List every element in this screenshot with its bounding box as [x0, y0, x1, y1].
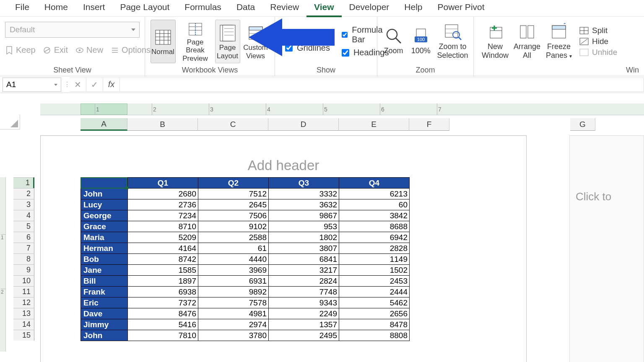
value-cell[interactable]: 8688 — [339, 221, 410, 232]
column-header-G[interactable]: G — [570, 118, 595, 131]
value-cell[interactable]: 3332 — [269, 189, 339, 199]
page-layout-button[interactable]: Page Layout — [215, 20, 240, 63]
menu-tab-page-layout[interactable]: Page Layout — [112, 0, 177, 17]
row-header-6[interactable]: 6 — [13, 232, 34, 243]
value-cell[interactable]: 2680 — [128, 189, 198, 199]
horizontal-ruler[interactable]: 1234567 — [40, 103, 644, 115]
menu-tab-formulas[interactable]: Formulas — [177, 0, 229, 17]
split-button[interactable]: Split — [579, 26, 617, 35]
value-cell[interactable]: 7748 — [269, 287, 339, 297]
value-cell[interactable]: 8710 — [128, 221, 198, 232]
value-cell[interactable]: 8476 — [128, 308, 198, 319]
value-cell[interactable]: 7372 — [128, 297, 198, 308]
value-cell[interactable]: 8808 — [339, 330, 410, 341]
menu-tab-help[interactable]: Help — [397, 0, 430, 17]
formula-bar-checkbox[interactable] — [342, 31, 348, 39]
table-row[interactable]: Herman41646138072828 — [81, 243, 410, 254]
gridlines-checkbox-row[interactable]: Gridlines — [285, 43, 330, 53]
name-cell[interactable]: Bob — [81, 254, 128, 265]
name-cell[interactable]: John — [81, 330, 128, 341]
value-cell[interactable]: 8478 — [339, 319, 410, 330]
table-row[interactable]: Eric7372757893435462 — [81, 297, 410, 308]
value-cell[interactable]: 2824 — [269, 276, 339, 287]
zoom-100-button[interactable]: 100 100% — [408, 20, 434, 63]
name-cell[interactable]: John — [81, 189, 128, 199]
value-cell[interactable]: 2444 — [339, 287, 410, 297]
row-header-13[interactable]: 13 — [13, 308, 34, 319]
name-cell[interactable]: Jimmy — [81, 319, 128, 330]
table-row[interactable]: Jimmy5416297413578478 — [81, 319, 410, 330]
value-cell[interactable]: 7810 — [128, 330, 198, 341]
unhide-button[interactable]: Unhide — [579, 48, 617, 57]
value-cell[interactable]: 5462 — [339, 297, 410, 308]
zoom-to-selection-button[interactable]: Zoom to Selection — [435, 20, 470, 63]
cancel-formula-button[interactable]: ✕ — [70, 78, 86, 92]
value-cell[interactable]: 9343 — [269, 297, 339, 308]
value-cell[interactable]: 2453 — [339, 276, 410, 287]
sheet-view-exit[interactable]: Exit — [43, 45, 68, 55]
column-header-F[interactable]: F — [409, 118, 449, 131]
value-cell[interactable]: 1585 — [128, 265, 198, 276]
name-cell[interactable]: Eric — [81, 297, 128, 308]
value-cell[interactable]: 60 — [339, 199, 410, 210]
value-cell[interactable]: 6931 — [198, 276, 269, 287]
table-row[interactable]: Dave8476498122492656 — [81, 308, 410, 319]
value-cell[interactable]: 3217 — [269, 265, 339, 276]
value-cell[interactable]: 61 — [198, 243, 269, 254]
value-cell[interactable]: 6942 — [339, 232, 410, 243]
table-row[interactable]: Maria5209258818026942 — [81, 232, 410, 243]
table-row[interactable]: John7810378024958808 — [81, 330, 410, 341]
table-header-Q1[interactable]: Q1 — [128, 178, 198, 189]
value-cell[interactable]: 2588 — [198, 232, 269, 243]
value-cell[interactable]: 8742 — [128, 254, 198, 265]
sheet-view-options[interactable]: Options — [111, 45, 151, 55]
table-row[interactable]: Grace871091029538688 — [81, 221, 410, 232]
data-table[interactable]: Q1Q2Q3Q4John2680751233326213Lucy27362645… — [80, 177, 410, 341]
row-header-8[interactable]: 8 — [13, 253, 34, 264]
value-cell[interactable]: 6841 — [269, 254, 339, 265]
menu-tab-review[interactable]: Review — [262, 0, 306, 17]
row-header-10[interactable]: 10 — [13, 275, 34, 286]
table-row[interactable]: Bill1897693128242453 — [81, 276, 410, 287]
menu-tab-home[interactable]: Home — [37, 0, 75, 17]
value-cell[interactable]: 2974 — [198, 319, 269, 330]
row-header-11[interactable]: 11 — [13, 286, 34, 297]
row-header-7[interactable]: 7 — [13, 243, 34, 253]
name-cell[interactable]: Grace — [81, 221, 128, 232]
value-cell[interactable]: 5416 — [128, 319, 198, 330]
row-header-1[interactable]: 1 — [13, 177, 34, 188]
value-cell[interactable]: 9102 — [198, 221, 269, 232]
table-row[interactable]: Lucy27362645363260 — [81, 199, 410, 210]
row-header-12[interactable]: 12 — [13, 297, 34, 308]
name-cell[interactable]: Frank — [81, 287, 128, 297]
value-cell[interactable]: 1357 — [269, 319, 339, 330]
value-cell[interactable]: 2736 — [128, 199, 198, 210]
name-cell[interactable]: Maria — [81, 232, 128, 243]
sheet-view-new[interactable]: New — [75, 45, 103, 55]
sheet-view-select-input[interactable] — [5, 22, 140, 38]
column-header-C[interactable]: C — [198, 118, 268, 131]
name-box-input[interactable] — [3, 78, 61, 91]
value-cell[interactable]: 9892 — [198, 287, 269, 297]
name-cell[interactable]: Herman — [81, 243, 128, 254]
normal-view-button[interactable]: Normal — [151, 20, 176, 63]
row-header-14[interactable]: 14 — [13, 319, 34, 330]
value-cell[interactable]: 5209 — [128, 232, 198, 243]
freeze-panes-button[interactable]: * Freeze Panes ▾ — [544, 20, 574, 63]
value-cell[interactable]: 2495 — [269, 330, 339, 341]
headings-checkbox[interactable] — [342, 49, 349, 57]
value-cell[interactable]: 7578 — [198, 297, 269, 308]
value-cell[interactable]: 9867 — [269, 210, 339, 221]
gridlines-checkbox[interactable] — [285, 44, 293, 52]
menu-tab-power-pivot[interactable]: Power Pivot — [430, 0, 492, 17]
table-header-Q3[interactable]: Q3 — [269, 178, 339, 189]
table-row[interactable]: Jane1585396932171502 — [81, 265, 410, 276]
ruler-checkbox[interactable] — [285, 31, 293, 39]
value-cell[interactable]: 3780 — [198, 330, 269, 341]
row-header-15[interactable]: 15 — [13, 330, 34, 341]
table-row[interactable]: John2680751233326213 — [81, 189, 410, 199]
page-break-preview-button[interactable]: Page Break Preview — [177, 20, 213, 63]
row-header-2[interactable]: 2 — [13, 188, 34, 199]
value-cell[interactable]: 4981 — [198, 308, 269, 319]
sheet-view-keep[interactable]: Keep — [5, 45, 36, 55]
